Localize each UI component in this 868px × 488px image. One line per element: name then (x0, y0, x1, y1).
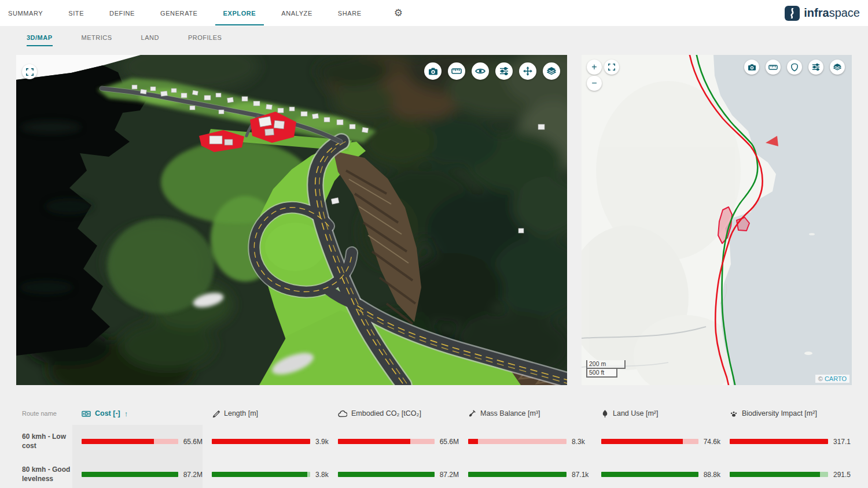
islet (804, 352, 812, 355)
camera-icon[interactable] (424, 62, 442, 80)
islet (809, 233, 815, 235)
metric-bar (601, 439, 698, 444)
scale-imperial: 500 ft (587, 369, 617, 378)
sliders-icon[interactable] (808, 60, 823, 75)
fullscreen-button[interactable] (604, 60, 619, 75)
co2-metric: 65.6M (329, 438, 459, 446)
shovel-icon (468, 409, 476, 417)
nav-generate[interactable]: GENERATE (160, 10, 198, 17)
top-navigation: SUMMARY SITE DEFINE GENERATE EXPLORE ANA… (0, 0, 868, 26)
infraspace-logo-icon (785, 6, 800, 21)
route-comparison-table: Route name Cost [-] ↑ Length [m] Embodie… (0, 402, 868, 488)
tab-3d-map[interactable]: 3D/MAP (27, 34, 53, 41)
fullscreen-button[interactable] (22, 64, 37, 79)
biodiversity-metric: 291.5 (720, 471, 868, 479)
zoom-out-button[interactable]: − (587, 76, 602, 91)
layers-icon[interactable] (543, 62, 560, 80)
nav-share[interactable]: SHARE (338, 10, 362, 17)
paw-icon (730, 410, 738, 417)
biodiversity-metric: 317.1 (720, 438, 868, 446)
cost-metric: 87.2M (72, 471, 203, 479)
land-use-column-header[interactable]: Land Use [m²] (592, 409, 720, 418)
brand-name: infraspace (804, 6, 860, 20)
metric-value: 65.6M (183, 438, 203, 446)
co2-metric: 87.2M (329, 471, 459, 479)
co2-column-header[interactable]: Embodied CO₂ [tCO₂] (329, 409, 459, 417)
map-viewport[interactable]: + − 200 m 500 ft (582, 55, 852, 385)
metric-bar (82, 472, 178, 477)
map-attribution[interactable]: © CARTO (815, 375, 849, 383)
metric-value: 3.9k (315, 438, 329, 446)
nav-define[interactable]: DEFINE (109, 10, 135, 17)
metric-bar (212, 439, 310, 444)
metric-value: 317.1 (833, 438, 851, 446)
pencil-icon (212, 409, 220, 417)
cost-metric: 65.6M (72, 438, 203, 446)
sliders-icon[interactable] (495, 62, 513, 80)
table-header-row: Route name Cost [-] ↑ Length [m] Embodie… (0, 402, 868, 425)
3d-scene (16, 55, 567, 385)
metric-value: 87.2M (440, 471, 459, 479)
sort-ascending-icon: ↑ (124, 409, 128, 418)
biodiversity-column-header[interactable]: Biodiversity Impact [m²] (720, 409, 868, 417)
scale-metric: 200 m (587, 360, 626, 369)
gear-icon[interactable]: ⚙ (394, 7, 403, 19)
camera-icon[interactable] (744, 60, 759, 75)
length-column-header[interactable]: Length [m] (203, 409, 329, 417)
cost-column-header[interactable]: Cost [-] ↑ (72, 409, 203, 418)
brand-logo: infraspace (785, 6, 860, 21)
nav-site[interactable]: SITE (68, 10, 84, 17)
map-scene (582, 55, 852, 385)
metric-value: 87.1k (572, 471, 589, 479)
3d-viewport[interactable] (16, 55, 567, 385)
metric-value: 87.2M (183, 471, 203, 479)
route-name: 60 kmh - Low cost (0, 432, 72, 450)
metric-value: 88.8k (704, 471, 720, 479)
route-name: 80 kmh - Good levelness (0, 465, 72, 483)
land-use-metric: 88.8k (592, 471, 720, 479)
metric-bar (601, 472, 698, 477)
ruler-icon[interactable] (448, 62, 465, 80)
mass-balance-metric: 87.1k (459, 471, 592, 479)
eye-icon[interactable] (472, 62, 489, 80)
metric-value: 291.5 (833, 471, 851, 479)
mass-balance-metric: 8.3k (459, 438, 592, 446)
metric-bar (338, 472, 435, 477)
ruler-icon[interactable] (766, 60, 781, 75)
3d-toolbar (424, 62, 560, 80)
tab-metrics[interactable]: METRICS (82, 34, 112, 41)
map-scale-bar: 200 m 500 ft (586, 360, 626, 378)
metric-bar (730, 472, 828, 477)
metric-bar (730, 439, 828, 444)
route-name-header: Route name (0, 410, 72, 417)
tab-land[interactable]: LAND (141, 34, 159, 41)
metric-bar (468, 439, 567, 444)
tree-icon (601, 409, 609, 418)
metric-value: 65.6M (440, 438, 459, 446)
polygon-icon[interactable] (787, 60, 802, 75)
map-toolbar (744, 60, 845, 75)
nav-explore[interactable]: EXPLORE (223, 10, 256, 17)
metric-value: 8.3k (572, 438, 585, 446)
sub-tabs: 3D/MAP METRICS LAND PROFILES (0, 26, 868, 49)
metric-bar (212, 472, 310, 477)
metric-bar (468, 472, 567, 477)
route-row-low-cost[interactable]: 60 kmh - Low cost 65.6M 3.9k 65.6M 8.3k … (0, 425, 868, 458)
metric-value: 3.8k (315, 471, 329, 479)
mass-balance-column-header[interactable]: Mass Balance [m³] (459, 409, 592, 417)
nav-analyze[interactable]: ANALYZE (281, 10, 312, 17)
money-icon (82, 410, 91, 417)
route-row-good-levelness[interactable]: 80 kmh - Good levelness 87.2M 3.8k 87.2M… (0, 458, 868, 488)
zoom-in-button[interactable]: + (587, 60, 602, 75)
layers-icon[interactable] (830, 60, 845, 75)
metric-bar (82, 439, 178, 444)
co2-cloud-icon (338, 410, 347, 417)
metric-bar (338, 439, 435, 444)
map-water (713, 55, 852, 385)
pan-icon[interactable] (519, 62, 536, 80)
tab-profiles[interactable]: PROFILES (188, 34, 222, 41)
metric-value: 74.6k (704, 438, 720, 446)
length-metric: 3.9k (203, 438, 329, 446)
land-use-metric: 74.6k (592, 438, 720, 446)
nav-summary[interactable]: SUMMARY (8, 10, 43, 17)
